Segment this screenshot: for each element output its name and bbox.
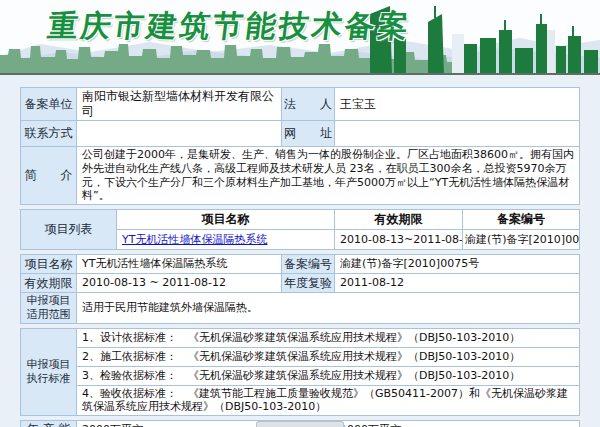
annual-recheck-label: 年度复验 (282, 274, 335, 293)
filing-unit-label: 备案单位 (21, 88, 77, 121)
table-row: 有效期限 2010-08-13 ~ 2011-08-12 年度复验 2011-0… (21, 274, 580, 293)
record-number-label: 备案编号 (282, 255, 335, 274)
annual-output-value: 1000万平方 (335, 421, 580, 427)
table-row: 申报项目适用范围 适用于民用节能建筑外墙保温隔热。 (21, 293, 580, 324)
table-row: 项目名称 YT无机活性墙体保温隔热系统 备案编号 渝建(节)备字[2010]00… (21, 255, 580, 274)
legal-person-label: 法 人 (282, 88, 335, 121)
valid-period-label: 有效期限 (21, 274, 77, 293)
contact-label: 联系方式 (21, 121, 77, 147)
table-row: 4、验收依据标准： 《建筑节能工程施工质量验收规范》（GB50411-2007）… (21, 385, 580, 416)
column-header-number: 备案编号 (463, 210, 580, 230)
table-row: 联系方式 网 址 (21, 121, 580, 147)
table-row: 申报项目执行标准 1、设计依据标准： 《无机保温砂浆建筑保温系统应用技术规程》（… (21, 328, 580, 347)
company-info-table: 备案单位 南阳市银达新型墙体材料开发有限公司 法 人 王宝玉 联系方式 网 址 … (20, 87, 580, 205)
intro-label: 简 介 (21, 147, 77, 205)
contact-value (77, 121, 282, 147)
standard-item-construction: 2、施工依据标准： 《无机保温砂浆建筑保温系统应用技术规程》（DBJ50-103… (77, 347, 580, 366)
legal-person-value: 王宝玉 (335, 88, 580, 121)
website-label: 网 址 (282, 121, 335, 147)
partial-bottom-button[interactable] (256, 421, 344, 427)
standard-item-inspection: 3、检验依据标准： 《无机保温砂浆建筑保温系统应用技术规程》（DBJ50-103… (77, 366, 580, 385)
project-list-label: 项目列表 (21, 210, 117, 250)
project-name-cell: YT无机活性墙体保温隔热系统 (117, 230, 335, 250)
project-name-value: YT无机活性墙体保温隔热系统 (77, 255, 282, 274)
project-number-cell: 渝建(节)备字[2010]0075号 (463, 230, 580, 250)
table-row: 2、施工依据标准： 《无机保温砂浆建筑保温系统应用技术规程》（DBJ50-103… (21, 347, 580, 366)
page-title: 重庆市建筑节能技术备案 (45, 6, 413, 47)
table-row: 备案单位 南阳市银达新型墙体材料开发有限公司 法 人 王宝玉 (21, 88, 580, 121)
column-header-name: 项目名称 (117, 210, 335, 230)
record-number-value: 渝建(节)备字[2010]0075号 (335, 255, 580, 274)
main-content: 备案单位 南阳市银达新型墙体材料开发有限公司 法 人 王宝玉 联系方式 网 址 … (0, 75, 600, 427)
standard-item-design: 1、设计依据标准： 《无机保温砂浆建筑保温系统应用技术规程》（DBJ50-103… (77, 328, 580, 347)
annual-capacity-label: 年 产 能 (21, 421, 77, 427)
column-header-period: 有效期限 (335, 210, 463, 230)
website-value (335, 121, 580, 147)
project-name-label: 项目名称 (21, 255, 77, 274)
standards-label: 申报项目执行标准 (21, 328, 77, 416)
standards-table: 申报项目执行标准 1、设计依据标准： 《无机保温砂浆建筑保温系统应用技术规程》（… (20, 328, 580, 417)
standard-item-acceptance: 4、验收依据标准： 《建筑节能工程施工质量验收规范》（GB50411-2007）… (77, 385, 580, 416)
project-name-link[interactable]: YT无机活性墙体保温隔热系统 (122, 233, 267, 246)
project-list-table: 项目列表 项目名称 有效期限 备案编号 YT无机活性墙体保温隔热系统 2010-… (20, 209, 580, 250)
scope-label: 申报项目适用范围 (21, 293, 77, 324)
page-banner: 重庆市建筑节能技术备案 (0, 0, 600, 75)
filing-unit-value: 南阳市银达新型墙体材料开发有限公司 (77, 88, 282, 121)
table-row: 简 介 公司创建于2000年，是集研发、生产、销售为一体的股份制企业。厂区占地面… (21, 147, 580, 205)
project-period-cell: 2010-08-13~2011-08-12 (335, 230, 463, 250)
table-row: 项目列表 项目名称 有效期限 备案编号 (21, 210, 580, 230)
scope-value: 适用于民用节能建筑外墙保温隔热。 (77, 293, 580, 324)
annual-recheck-value: 2011-08-12 (335, 274, 580, 293)
table-row: 3、检验依据标准： 《无机保温砂浆建筑保温系统应用技术规程》（DBJ50-103… (21, 366, 580, 385)
project-detail-table: 项目名称 YT无机活性墙体保温隔热系统 备案编号 渝建(节)备字[2010]00… (20, 254, 580, 324)
valid-period-value: 2010-08-13 ~ 2011-08-12 (77, 274, 282, 293)
annual-capacity-value: 2000万平方 (77, 421, 282, 427)
intro-value: 公司创建于2000年，是集研发、生产、销售为一体的股份制企业。厂区占地面积386… (77, 147, 580, 205)
